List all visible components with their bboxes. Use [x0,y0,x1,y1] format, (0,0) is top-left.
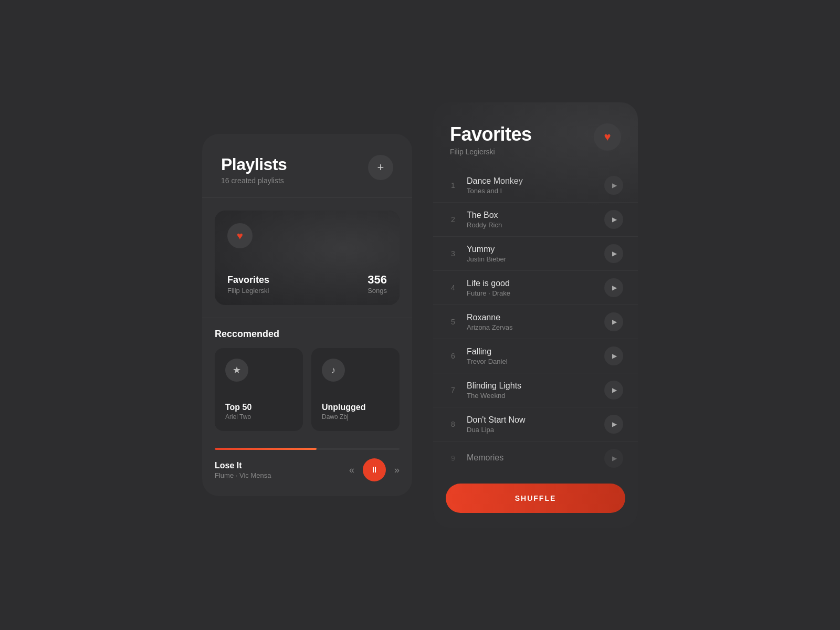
song-number: 4 [448,284,458,292]
fav-count: 356 [368,273,387,287]
favorites-section: ♥ Favorites Filip Legierski 356 Songs [202,198,412,318]
right-header-title: Favorites Filip Legierski [450,123,532,156]
left-panel: Playlists 16 created playlists + ♥ Favor… [202,134,412,496]
song-artist: Justin Bieber [467,255,596,263]
play-song-button[interactable]: ▶ [604,244,623,263]
recommended-heading: Reccomended [215,329,400,340]
player-bar: Lose It Flume · Vic Mensa « ⏸ » [202,450,412,496]
song-details: Don't Start Now Dua Lipa [467,415,596,434]
favorites-heart-icon: ♥ [604,130,611,144]
song-number: 9 [448,454,458,463]
song-artist: Arizona Zervas [467,323,596,331]
song-number: 2 [448,215,458,224]
star-icon: ★ [233,364,241,376]
add-playlist-button[interactable]: + [368,155,393,180]
song-name: Don't Start Now [467,415,596,425]
shuffle-section: SHUFFLE [433,475,638,528]
song-details: Roxanne Arizona Zervas [467,313,596,331]
left-header-title: Playlists 16 created playlists [221,155,287,185]
favorites-title: Favorites [450,123,532,145]
rewind-button[interactable]: « [349,465,354,476]
play-triangle-icon: ▶ [612,455,617,462]
song-name: Roxanne [467,313,596,322]
pause-button[interactable]: ⏸ [363,458,386,481]
star-icon-circle: ★ [225,359,248,382]
song-name: Memories [467,453,596,463]
play-triangle-icon: ▶ [612,250,617,257]
song-item: 4 Life is good Future · Drake ▶ [433,271,638,305]
favorites-heart-button[interactable]: ♥ [594,123,621,151]
song-number: 1 [448,181,458,190]
song-artist: Future · Drake [467,289,596,297]
play-song-button[interactable]: ▶ [604,415,623,434]
song-details: Blinding Lights The Weeknd [467,381,596,400]
play-song-button[interactable]: ▶ [604,278,623,297]
shuffle-button[interactable]: SHUFFLE [446,484,625,513]
plus-icon: + [377,161,384,174]
song-item: 3 Yummy Justin Bieber ▶ [433,237,638,271]
play-triangle-icon: ▶ [612,352,617,360]
play-triangle-icon: ▶ [612,216,617,223]
play-song-button[interactable]: ▶ [604,312,623,331]
left-header: Playlists 16 created playlists + [202,134,412,198]
fav-name: Favorites [227,275,269,286]
guitar-icon: ♪ [331,365,336,376]
song-item: 8 Don't Start Now Dua Lipa ▶ [433,407,638,442]
favorites-card[interactable]: ♥ Favorites Filip Legierski 356 Songs [215,211,400,305]
song-details: Life is good Future · Drake [467,279,596,297]
song-number: 7 [448,386,458,394]
song-number: 8 [448,420,458,428]
play-song-button[interactable]: ▶ [604,176,623,195]
song-name: Falling [467,347,596,356]
song-number: 3 [448,249,458,258]
current-song-meta: Flume · Vic Mensa [215,471,271,479]
song-number: 6 [448,352,458,360]
song-item: 9 Memories ▶ [433,442,638,475]
rec-name-0: Top 50 [225,403,292,412]
rec-card-info-0: Top 50 Ariel Two [225,403,292,421]
rec-card-info-1: Unplugged Dawo Zbj [322,403,389,421]
right-panel: Favorites Filip Legierski ♥ 1 Dance Monk… [433,102,638,528]
play-song-button[interactable]: ▶ [604,381,623,400]
play-song-button[interactable]: ▶ [604,346,623,365]
song-details: Falling Trevor Daniel [467,347,596,365]
fav-info: Favorites Filip Legierski [227,275,269,295]
fav-owner: Filip Legierski [227,287,269,295]
fav-count-block: 356 Songs [368,273,387,295]
song-artist: Trevor Daniel [467,358,596,365]
recommended-section: Reccomended ★ Top 50 Ariel Two ♪ Unplugg… [202,318,412,442]
song-artist: Tones and I [467,187,596,195]
favorites-card-content: Favorites Filip Legierski 356 Songs [215,262,400,305]
song-list: 1 Dance Monkey Tones and I ▶ 2 The Box R… [433,169,638,475]
favorites-owner: Filip Legierski [450,148,532,156]
song-name: Blinding Lights [467,381,596,391]
right-header: Favorites Filip Legierski ♥ [433,102,638,169]
play-triangle-icon: ▶ [612,421,617,428]
play-song-button[interactable]: ▶ [604,210,623,229]
forward-button[interactable]: » [394,465,400,476]
progress-section[interactable] [202,442,412,450]
song-item: 5 Roxanne Arizona Zervas ▶ [433,305,638,339]
pause-icon: ⏸ [370,465,379,475]
song-name: Life is good [467,279,596,288]
song-item: 7 Blinding Lights The Weeknd ▶ [433,373,638,407]
rec-card-unplugged[interactable]: ♪ Unplugged Dawo Zbj [311,348,400,431]
rec-card-top50[interactable]: ★ Top 50 Ariel Two [215,348,303,431]
rec-owner-0: Ariel Two [225,413,292,421]
heart-circle: ♥ [227,223,253,248]
song-artist: The Weeknd [467,392,596,400]
player-controls: « ⏸ » [349,458,400,481]
play-triangle-icon: ▶ [612,182,617,189]
song-item: 6 Falling Trevor Daniel ▶ [433,339,638,373]
song-name: Dance Monkey [467,176,596,186]
song-artist: Roddy Rich [467,221,596,229]
song-item: 2 The Box Roddy Rich ▶ [433,203,638,237]
song-details: The Box Roddy Rich [467,211,596,229]
guitar-icon-circle: ♪ [322,359,345,382]
song-artist: Dua Lipa [467,426,596,434]
playlists-title: Playlists [221,155,287,174]
play-triangle-icon: ▶ [612,318,617,326]
recommended-grid: ★ Top 50 Ariel Two ♪ Unplugged Dawo Zbj [215,348,400,431]
play-triangle-icon: ▶ [612,386,617,394]
play-song-button[interactable]: ▶ [604,449,623,468]
